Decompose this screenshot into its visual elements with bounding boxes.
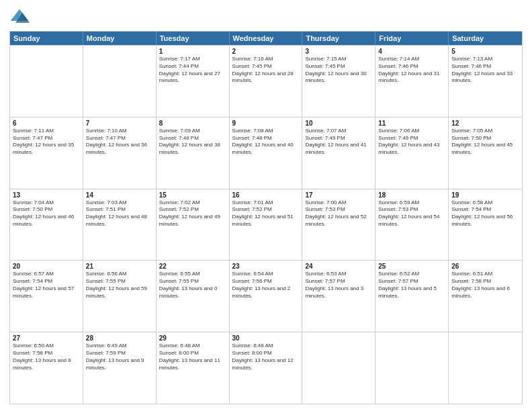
calendar-cell bbox=[10, 46, 83, 117]
day-number: 27 bbox=[13, 334, 80, 342]
day-number: 21 bbox=[86, 263, 153, 270]
day-number: 13 bbox=[13, 191, 80, 199]
header-day-friday: Friday bbox=[375, 32, 449, 45]
day-number: 22 bbox=[159, 263, 226, 270]
day-info: Sunrise: 7:17 AM Sunset: 7:44 PM Dayligh… bbox=[159, 56, 226, 85]
calendar-cell: 28Sunrise: 6:49 AM Sunset: 7:59 PM Dayli… bbox=[83, 332, 157, 404]
calendar-cell: 14Sunrise: 7:03 AM Sunset: 7:51 PM Dayli… bbox=[83, 189, 157, 261]
calendar-cell: 20Sunrise: 6:57 AM Sunset: 7:54 PM Dayli… bbox=[10, 261, 83, 332]
page: SundayMondayTuesdayWednesdayThursdayFrid… bbox=[0, 0, 532, 411]
day-number: 25 bbox=[378, 263, 445, 270]
day-info: Sunrise: 6:51 AM Sunset: 7:58 PM Dayligh… bbox=[451, 271, 519, 300]
calendar-cell: 24Sunrise: 6:53 AM Sunset: 7:57 PM Dayli… bbox=[302, 261, 375, 332]
day-info: Sunrise: 7:13 AM Sunset: 7:46 PM Dayligh… bbox=[451, 56, 519, 85]
calendar-cell: 5Sunrise: 7:13 AM Sunset: 7:46 PM Daylig… bbox=[449, 46, 522, 117]
day-number: 1 bbox=[159, 48, 226, 55]
calendar-cell: 27Sunrise: 6:50 AM Sunset: 7:58 PM Dayli… bbox=[10, 332, 83, 404]
calendar-cell: 2Sunrise: 7:16 AM Sunset: 7:45 PM Daylig… bbox=[230, 46, 303, 117]
day-info: Sunrise: 7:03 AM Sunset: 7:51 PM Dayligh… bbox=[86, 199, 153, 228]
day-number: 20 bbox=[13, 263, 80, 270]
day-info: Sunrise: 7:02 AM Sunset: 7:52 PM Dayligh… bbox=[159, 199, 226, 228]
day-number: 18 bbox=[378, 191, 445, 199]
day-info: Sunrise: 6:50 AM Sunset: 7:58 PM Dayligh… bbox=[13, 342, 80, 371]
calendar-cell: 16Sunrise: 7:01 AM Sunset: 7:52 PM Dayli… bbox=[230, 189, 303, 261]
day-info: Sunrise: 7:00 AM Sunset: 7:53 PM Dayligh… bbox=[305, 199, 372, 228]
calendar-cell: 22Sunrise: 6:55 AM Sunset: 7:55 PM Dayli… bbox=[157, 261, 230, 332]
day-info: Sunrise: 7:05 AM Sunset: 7:50 PM Dayligh… bbox=[451, 128, 519, 156]
day-info: Sunrise: 7:06 AM Sunset: 7:49 PM Dayligh… bbox=[378, 128, 445, 156]
day-number: 10 bbox=[305, 120, 372, 127]
calendar-cell bbox=[375, 332, 449, 404]
day-info: Sunrise: 7:01 AM Sunset: 7:52 PM Dayligh… bbox=[232, 199, 300, 228]
day-info: Sunrise: 7:04 AM Sunset: 7:50 PM Dayligh… bbox=[13, 199, 80, 228]
day-number: 9 bbox=[232, 120, 300, 127]
calendar-cell: 3Sunrise: 7:15 AM Sunset: 7:45 PM Daylig… bbox=[302, 46, 375, 117]
day-info: Sunrise: 6:59 AM Sunset: 7:53 PM Dayligh… bbox=[378, 199, 445, 228]
header-day-wednesday: Wednesday bbox=[230, 32, 303, 45]
day-number: 17 bbox=[305, 191, 372, 199]
day-info: Sunrise: 6:55 AM Sunset: 7:55 PM Dayligh… bbox=[159, 271, 226, 300]
day-number: 30 bbox=[232, 334, 300, 342]
day-info: Sunrise: 6:58 AM Sunset: 7:54 PM Dayligh… bbox=[451, 199, 519, 228]
header-day-monday: Monday bbox=[83, 32, 157, 45]
calendar-cell: 17Sunrise: 7:00 AM Sunset: 7:53 PM Dayli… bbox=[302, 189, 375, 261]
calendar-cell: 12Sunrise: 7:05 AM Sunset: 7:50 PM Dayli… bbox=[449, 118, 522, 189]
calendar: SundayMondayTuesdayWednesdayThursdayFrid… bbox=[9, 31, 523, 404]
calendar-cell: 15Sunrise: 7:02 AM Sunset: 7:52 PM Dayli… bbox=[157, 189, 230, 261]
calendar-cell: 10Sunrise: 7:07 AM Sunset: 7:49 PM Dayli… bbox=[302, 118, 375, 189]
calendar-cell bbox=[302, 332, 375, 404]
day-number: 11 bbox=[378, 120, 445, 127]
day-number: 23 bbox=[232, 263, 300, 270]
header bbox=[9, 7, 523, 27]
day-number: 5 bbox=[451, 48, 519, 55]
calendar-row-1: 1Sunrise: 7:17 AM Sunset: 7:44 PM Daylig… bbox=[10, 45, 522, 117]
day-info: Sunrise: 6:57 AM Sunset: 7:54 PM Dayligh… bbox=[13, 271, 80, 300]
day-info: Sunrise: 7:10 AM Sunset: 7:47 PM Dayligh… bbox=[86, 128, 153, 156]
day-number: 24 bbox=[305, 263, 372, 270]
day-number: 4 bbox=[378, 48, 445, 55]
day-info: Sunrise: 6:54 AM Sunset: 7:56 PM Dayligh… bbox=[232, 271, 300, 300]
calendar-cell: 11Sunrise: 7:06 AM Sunset: 7:49 PM Dayli… bbox=[375, 118, 449, 189]
calendar-body: 1Sunrise: 7:17 AM Sunset: 7:44 PM Daylig… bbox=[10, 45, 522, 404]
calendar-row-4: 20Sunrise: 6:57 AM Sunset: 7:54 PM Dayli… bbox=[10, 260, 522, 332]
day-info: Sunrise: 7:09 AM Sunset: 7:48 PM Dayligh… bbox=[159, 128, 226, 156]
day-info: Sunrise: 7:14 AM Sunset: 7:46 PM Dayligh… bbox=[378, 56, 445, 85]
day-info: Sunrise: 6:48 AM Sunset: 8:00 PM Dayligh… bbox=[159, 342, 226, 371]
day-number: 8 bbox=[159, 120, 226, 127]
calendar-cell: 8Sunrise: 7:09 AM Sunset: 7:48 PM Daylig… bbox=[157, 118, 230, 189]
calendar-cell: 1Sunrise: 7:17 AM Sunset: 7:44 PM Daylig… bbox=[157, 46, 230, 117]
calendar-cell: 21Sunrise: 6:56 AM Sunset: 7:55 PM Dayli… bbox=[83, 261, 157, 332]
day-number: 15 bbox=[159, 191, 226, 199]
day-number: 12 bbox=[451, 120, 519, 127]
day-number: 7 bbox=[86, 120, 153, 127]
header-day-saturday: Saturday bbox=[449, 32, 522, 45]
day-number: 2 bbox=[232, 48, 300, 55]
calendar-cell: 29Sunrise: 6:48 AM Sunset: 8:00 PM Dayli… bbox=[157, 332, 230, 404]
day-info: Sunrise: 6:49 AM Sunset: 7:59 PM Dayligh… bbox=[86, 342, 153, 371]
calendar-cell: 19Sunrise: 6:58 AM Sunset: 7:54 PM Dayli… bbox=[449, 189, 522, 261]
day-info: Sunrise: 7:07 AM Sunset: 7:49 PM Dayligh… bbox=[305, 128, 372, 156]
logo-icon bbox=[9, 7, 30, 27]
calendar-cell bbox=[83, 46, 157, 117]
header-day-sunday: Sunday bbox=[10, 32, 83, 45]
day-info: Sunrise: 7:11 AM Sunset: 7:47 PM Dayligh… bbox=[13, 128, 80, 156]
day-info: Sunrise: 7:08 AM Sunset: 7:48 PM Dayligh… bbox=[232, 128, 300, 156]
calendar-cell: 25Sunrise: 6:52 AM Sunset: 7:57 PM Dayli… bbox=[375, 261, 449, 332]
calendar-cell: 6Sunrise: 7:11 AM Sunset: 7:47 PM Daylig… bbox=[10, 118, 83, 189]
day-number: 29 bbox=[159, 334, 226, 342]
calendar-cell: 13Sunrise: 7:04 AM Sunset: 7:50 PM Dayli… bbox=[10, 189, 83, 261]
day-info: Sunrise: 6:53 AM Sunset: 7:57 PM Dayligh… bbox=[305, 271, 372, 300]
day-info: Sunrise: 6:48 AM Sunset: 8:00 PM Dayligh… bbox=[232, 342, 300, 371]
header-day-thursday: Thursday bbox=[302, 32, 375, 45]
day-info: Sunrise: 6:56 AM Sunset: 7:55 PM Dayligh… bbox=[86, 271, 153, 300]
day-info: Sunrise: 6:52 AM Sunset: 7:57 PM Dayligh… bbox=[378, 271, 445, 300]
header-day-tuesday: Tuesday bbox=[157, 32, 230, 45]
calendar-row-3: 13Sunrise: 7:04 AM Sunset: 7:50 PM Dayli… bbox=[10, 189, 522, 261]
day-info: Sunrise: 7:16 AM Sunset: 7:45 PM Dayligh… bbox=[232, 56, 300, 85]
calendar-cell: 9Sunrise: 7:08 AM Sunset: 7:48 PM Daylig… bbox=[230, 118, 303, 189]
calendar-cell: 30Sunrise: 6:48 AM Sunset: 8:00 PM Dayli… bbox=[230, 332, 303, 404]
day-number: 19 bbox=[451, 191, 519, 199]
calendar-cell: 4Sunrise: 7:14 AM Sunset: 7:46 PM Daylig… bbox=[375, 46, 449, 117]
calendar-row-2: 6Sunrise: 7:11 AM Sunset: 7:47 PM Daylig… bbox=[10, 117, 522, 189]
calendar-cell: 18Sunrise: 6:59 AM Sunset: 7:53 PM Dayli… bbox=[375, 189, 449, 261]
